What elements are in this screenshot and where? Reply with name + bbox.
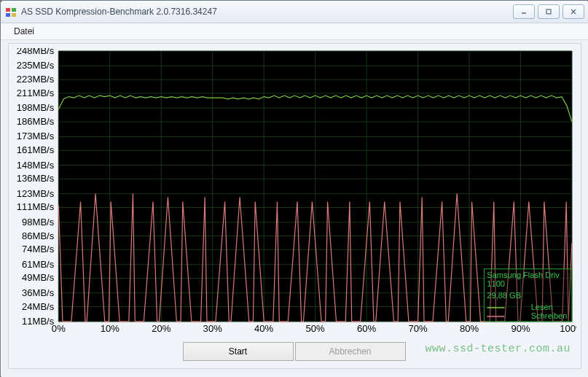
svg-text:Samsung Flash Driv: Samsung Flash Driv [487,271,560,279]
svg-text:74MB/s: 74MB/s [22,244,55,254]
svg-text:86MB/s: 86MB/s [22,230,55,241]
svg-text:24MB/s: 24MB/s [22,301,55,312]
compression-chart: 11MB/s24MB/s36MB/s49MB/s61MB/s74MB/s86MB… [13,48,576,335]
button-row: Start Abbrechen [9,342,581,361]
svg-text:98MB/s: 98MB/s [22,217,55,228]
menu-bar: Datei [1,23,588,40]
close-button[interactable] [562,4,584,19]
svg-text:61MB/s: 61MB/s [22,259,55,270]
svg-text:123MB/s: 123MB/s [17,188,55,199]
svg-text:50%: 50% [306,323,326,334]
svg-text:235MB/s: 235MB/s [17,60,55,71]
svg-text:30%: 30% [203,323,223,334]
svg-text:29,88 GB: 29,88 GB [487,291,521,300]
svg-rect-2 [6,13,10,17]
svg-text:Schreiben: Schreiben [531,311,568,320]
svg-text:20%: 20% [152,323,171,334]
svg-text:11MB/s: 11MB/s [22,316,55,327]
window-title: AS SSD Kompression-Benchmark 2.0.7316.34… [21,7,513,17]
start-button[interactable]: Start [183,342,294,361]
svg-text:211MB/s: 211MB/s [17,88,55,98]
svg-rect-0 [6,8,10,12]
svg-text:Lesen: Lesen [531,303,553,311]
cancel-button: Abbrechen [295,342,406,361]
svg-text:111MB/s: 111MB/s [17,201,55,212]
content-panel: 11MB/s24MB/s36MB/s49MB/s61MB/s74MB/s86MB… [8,43,581,369]
app-icon [5,6,17,18]
title-bar[interactable]: AS SSD Kompression-Benchmark 2.0.7316.34… [1,1,588,23]
svg-text:40%: 40% [254,323,274,334]
svg-text:70%: 70% [408,323,428,334]
svg-text:100%: 100% [560,323,576,334]
svg-text:80%: 80% [460,323,479,334]
svg-text:186MB/s: 186MB/s [17,116,55,127]
svg-text:0%: 0% [52,323,66,334]
app-window: AS SSD Kompression-Benchmark 2.0.7316.34… [0,0,588,377]
svg-rect-5 [546,9,551,14]
svg-rect-1 [12,8,16,12]
svg-text:161MB/s: 161MB/s [17,144,55,155]
svg-text:223MB/s: 223MB/s [17,74,55,85]
menu-file[interactable]: Datei [8,25,40,38]
svg-text:90%: 90% [511,323,530,334]
chart-container: 11MB/s24MB/s36MB/s49MB/s61MB/s74MB/s86MB… [13,48,576,335]
svg-text:148MB/s: 148MB/s [17,160,55,171]
svg-text:49MB/s: 49MB/s [22,273,55,284]
svg-text:198MB/s: 198MB/s [17,102,55,113]
window-buttons [513,4,584,19]
svg-text:248MB/s: 248MB/s [17,48,55,56]
svg-rect-3 [12,13,16,17]
svg-text:36MB/s: 36MB/s [22,287,55,298]
svg-text:1100: 1100 [487,279,505,288]
maximize-button[interactable] [538,4,560,19]
minimize-button[interactable] [513,4,535,19]
svg-text:136MB/s: 136MB/s [17,173,55,184]
svg-text:10%: 10% [101,323,120,334]
svg-text:60%: 60% [357,323,377,334]
svg-text:173MB/s: 173MB/s [17,131,55,141]
